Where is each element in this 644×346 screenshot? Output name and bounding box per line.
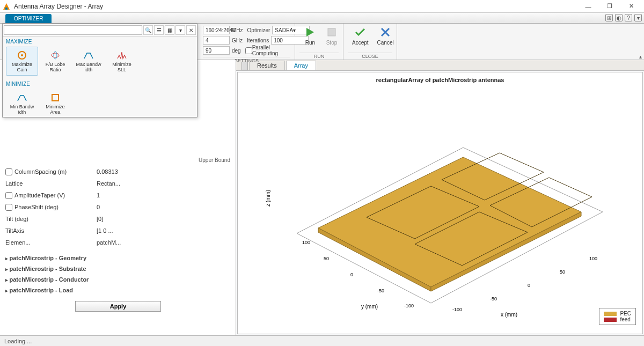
- help-icon[interactable]: ?: [625, 14, 632, 21]
- gallery-item-minimize-area[interactable]: Minimize Area: [39, 89, 71, 118]
- window-title: Antenna Array Designer - Array: [14, 3, 577, 10]
- svg-point-5: [21, 54, 23, 56]
- lobe-icon: [49, 49, 61, 61]
- prop-value[interactable]: patchM...: [97, 239, 140, 246]
- group-label-run: RUN: [299, 53, 339, 60]
- play-icon: [304, 26, 317, 39]
- angle-field[interactable]: 90: [203, 46, 230, 55]
- stop-icon: [325, 26, 338, 39]
- area-icon: [49, 92, 61, 104]
- svg-text:50: 50: [560, 269, 565, 275]
- gallery-item-f-b-lobe-ratio[interactable]: F/B Lobe Ratio: [39, 47, 71, 76]
- prop-value[interactable]: [1 0 ...: [97, 227, 140, 234]
- array-3d-viewport[interactable]: rectangularArray of patchMicrostrip ante…: [237, 72, 643, 334]
- stop-button[interactable]: Stop: [321, 25, 342, 51]
- svg-text:-100: -100: [452, 307, 462, 312]
- prop-row-elemen-: Elemen...patchM...: [5, 237, 230, 248]
- svg-point-6: [52, 53, 59, 57]
- gallery-section-minimize: MINIMIZE: [3, 79, 197, 88]
- legend-swatch-pec: [604, 312, 617, 316]
- svg-rect-3: [328, 28, 335, 36]
- prop-value[interactable]: Rectan...: [97, 180, 140, 187]
- status-text: Loading ...: [4, 338, 32, 344]
- prop-row-phaseshift-deg-: PhaseShift (deg)0: [5, 201, 230, 213]
- collapse-ribbon-icon[interactable]: ▴: [639, 54, 642, 60]
- freq-field[interactable]: 4: [203, 36, 230, 45]
- minimize-button[interactable]: —: [577, 1, 599, 12]
- target-icon: [16, 49, 28, 61]
- prop-value[interactable]: [0]: [97, 216, 140, 222]
- cancel-button[interactable]: Cancel: [373, 25, 398, 51]
- svg-text:-50: -50: [490, 296, 497, 301]
- prop-value[interactable]: 0: [97, 204, 140, 210]
- svg-text:y (mm): y (mm): [361, 304, 378, 310]
- parallel-checkbox[interactable]: [245, 47, 252, 54]
- prop-row-tiltaxis: TiltAxis[1 0 ...: [5, 225, 230, 237]
- check-icon: [354, 26, 367, 39]
- plot-legend: PEC feed: [599, 308, 636, 325]
- svg-point-7: [54, 51, 57, 59]
- contrast-icon[interactable]: ◐: [615, 14, 623, 21]
- prop-section-patchmicrostrip-load[interactable]: patchMicrostrip - Load: [5, 285, 230, 296]
- view-grid-icon[interactable]: ▦: [165, 25, 174, 35]
- legend-swatch-feed: [604, 318, 617, 322]
- cancel-icon: [379, 26, 392, 39]
- gallery-search-input[interactable]: [4, 25, 142, 35]
- prop-checkbox[interactable]: [5, 168, 12, 175]
- svg-rect-1: [5, 8, 8, 10]
- view-list-icon[interactable]: ☰: [154, 25, 164, 35]
- prop-section-patchmicrostrip-substrate[interactable]: patchMicrostrip - Substrate: [5, 263, 230, 274]
- prop-section-patchmicrostrip-geometry[interactable]: patchMicrostrip - Geometry: [5, 253, 230, 263]
- svg-text:0: 0: [350, 272, 353, 277]
- bandw-icon: [83, 49, 94, 61]
- app-icon: [2, 2, 11, 11]
- prop-value[interactable]: 1: [97, 192, 140, 198]
- prop-row-amplitudetaper-v-: AmplitudeTaper (V)1: [5, 189, 230, 201]
- gallery-section-maximize: MAXIMIZE: [3, 36, 197, 46]
- prop-value[interactable]: 0.08313: [97, 168, 140, 175]
- close-button[interactable]: ✕: [620, 1, 642, 12]
- group-label-close: CLOSE: [348, 53, 392, 60]
- prop-row-columnspacing-m-: ColumnSpacing (m)0.08313: [5, 166, 230, 178]
- tab-array[interactable]: Array: [286, 61, 316, 70]
- svg-text:100: 100: [589, 256, 597, 261]
- svg-text:x (mm): x (mm): [501, 312, 517, 318]
- freq-sweep-field[interactable]: 160:24:2640: [203, 26, 230, 34]
- more-icon[interactable]: ▾: [634, 14, 642, 21]
- search-icon[interactable]: 🔍: [143, 25, 153, 35]
- svg-text:-100: -100: [404, 303, 414, 308]
- gallery-item-min-bandw-idth[interactable]: Min Bandw idth: [6, 89, 38, 118]
- maximize-button[interactable]: ❐: [599, 1, 620, 12]
- svg-text:-50: -50: [377, 288, 384, 293]
- svg-text:100: 100: [302, 240, 310, 245]
- prop-checkbox[interactable]: [5, 204, 12, 211]
- svg-text:z (mm): z (mm): [265, 190, 271, 207]
- close-gallery-icon[interactable]: ✕: [186, 25, 196, 35]
- svg-text:50: 50: [324, 256, 329, 261]
- svg-marker-2: [306, 28, 314, 36]
- run-button[interactable]: Run: [299, 25, 321, 51]
- accept-button[interactable]: Accept: [348, 25, 373, 51]
- tab-optimizer[interactable]: OPTIMIZER: [5, 14, 52, 23]
- chevron-down-icon[interactable]: ▾: [175, 25, 185, 35]
- prop-checkbox[interactable]: [5, 192, 12, 199]
- bandw-icon: [16, 92, 28, 104]
- svg-rect-8: [52, 94, 58, 101]
- svg-text:0: 0: [528, 283, 530, 288]
- sll-icon: [116, 49, 128, 61]
- apply-button[interactable]: Apply: [75, 301, 161, 312]
- prop-row-tilt-deg-: Tilt (deg)[0]: [5, 213, 230, 225]
- gallery-item-max-bandw-idth[interactable]: Max Bandw idth: [72, 47, 105, 76]
- objective-gallery-popup: 🔍 ☰ ▦ ▾ ✕ MAXIMIZE Maximize GainF/B Lobe…: [2, 24, 197, 117]
- upper-bound-header: Upper Bound: [199, 157, 230, 163]
- gallery-item-minimize-sll[interactable]: Minimize SLL: [106, 47, 138, 76]
- prop-section-patchmicrostrip-conductor[interactable]: patchMicrostrip - Conductor: [5, 274, 230, 285]
- layout-icon[interactable]: ⊞: [605, 14, 613, 21]
- prop-row-lattice: LatticeRectan...: [5, 178, 230, 189]
- gallery-item-maximize-gain[interactable]: Maximize Gain: [6, 47, 38, 76]
